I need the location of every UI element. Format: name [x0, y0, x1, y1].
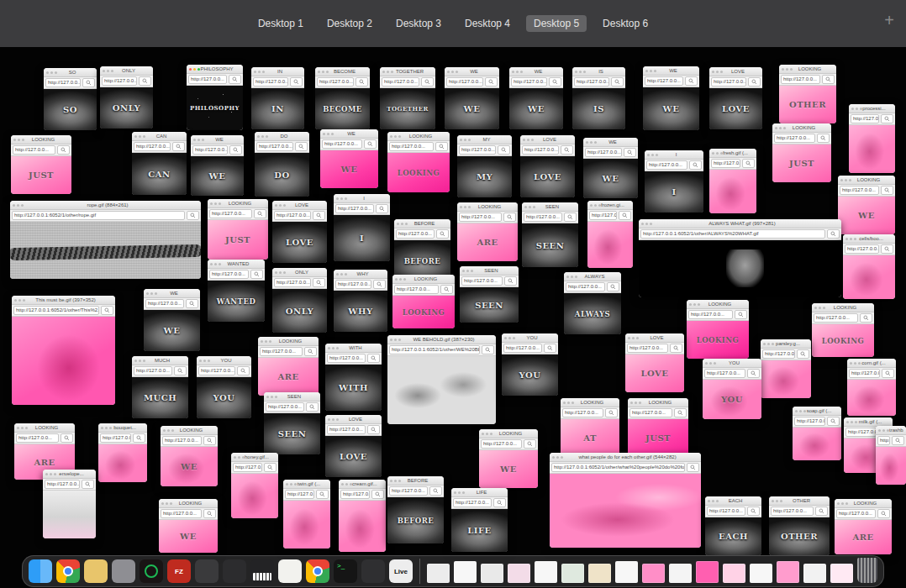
close-button[interactable]	[590, 204, 593, 207]
window-titlebar[interactable]: WE	[583, 138, 638, 147]
browser-window[interactable]: CAN http://127.0.0... CAN	[132, 132, 187, 195]
close-button[interactable]	[563, 402, 566, 404]
files-dock-icon[interactable]	[84, 559, 108, 583]
window-titlebar[interactable]: EACH	[705, 496, 761, 506]
window-titlebar[interactable]: ALWAYS WHAT.gif (997×281)	[639, 219, 841, 228]
search-field[interactable]	[881, 244, 893, 254]
minimize-button[interactable]	[486, 433, 488, 435]
browser-window[interactable]: LOVE http://127.0.0... LOVE	[325, 415, 382, 477]
browser-window[interactable]: soap.gif (... http://127.0.0...	[793, 407, 841, 460]
window-titlebar[interactable]: LOOKING	[457, 202, 518, 212]
search-field[interactable]	[364, 139, 377, 149]
minimized-window-thumbnail[interactable]	[723, 564, 745, 583]
window-titlebar[interactable]: WE	[144, 289, 200, 298]
minimize-button[interactable]	[716, 152, 719, 155]
url-field[interactable]: http://127.0.0...	[585, 148, 622, 157]
search-field[interactable]	[290, 77, 303, 87]
window-titlebar[interactable]: LOVE	[625, 333, 684, 343]
search-field[interactable]	[504, 276, 517, 286]
close-button[interactable]	[390, 339, 392, 341]
minimize-button[interactable]	[193, 68, 196, 71]
window-titlebar[interactable]: LOVE	[709, 67, 762, 76]
search-field[interactable]	[367, 425, 380, 434]
close-button[interactable]	[460, 139, 462, 141]
minimize-button[interactable]	[166, 502, 168, 505]
minimize-button[interactable]	[651, 154, 654, 156]
desktop-tab-3[interactable]: Desktop 3	[388, 15, 449, 32]
minimize-button[interactable]	[458, 491, 461, 494]
minimize-button[interactable]	[712, 500, 714, 502]
midi-keys-dock-icon[interactable]	[250, 559, 274, 583]
url-field[interactable]: http://127.0.0...	[845, 244, 879, 254]
minimize-button[interactable]	[139, 135, 141, 138]
minimize-button[interactable]	[556, 456, 559, 459]
search-field[interactable]	[564, 213, 577, 222]
close-button[interactable]	[840, 179, 843, 181]
window-titlebar[interactable]: BEFORE	[387, 476, 444, 486]
url-field[interactable]: http://127.0.0...	[794, 417, 825, 426]
window-titlebar[interactable]: WE	[191, 135, 244, 144]
close-button[interactable]	[382, 71, 385, 73]
search-field[interactable]	[827, 229, 840, 239]
browser-window[interactable]: YOU http://127.0.0... YOU	[703, 359, 761, 419]
close-button[interactable]	[328, 347, 330, 349]
desktop-tab-6[interactable]: Desktop 6	[595, 15, 656, 32]
url-field[interactable]: http://127.0.0...	[707, 507, 745, 516]
close-button[interactable]	[504, 337, 507, 339]
search-field[interactable]	[57, 145, 70, 155]
window-titlebar[interactable]: LOOKING	[258, 337, 319, 346]
close-button[interactable]	[103, 70, 105, 72]
url-field[interactable]: http://127.0.0...	[396, 229, 435, 239]
search-field[interactable]	[687, 463, 699, 472]
search-field[interactable]	[429, 486, 442, 496]
minimize-button[interactable]	[332, 347, 334, 349]
search-field[interactable]	[313, 211, 325, 220]
minimize-button[interactable]	[590, 141, 593, 144]
url-field[interactable]: http://127.0.0...	[274, 211, 311, 220]
close-button[interactable]	[850, 362, 852, 365]
browser-window[interactable]: IS http://127.0.0... IS	[572, 67, 625, 129]
url-field[interactable]: http://127.0.0...	[645, 76, 683, 86]
url-field[interactable]: http://127.0.0...	[16, 433, 59, 443]
window-titlebar[interactable]: ONLY	[272, 268, 327, 277]
url-field[interactable]: http://127.0.0...	[322, 139, 362, 149]
browser-window[interactable]: LOOKING http://127.0.0... JUST	[11, 135, 71, 194]
browser-window[interactable]: SEEN http://127.0.0... SEEN	[522, 202, 578, 267]
search-field[interactable]	[742, 159, 755, 168]
browser-window[interactable]: WE http://127.0.0... WE	[320, 129, 378, 188]
browser-window[interactable]: rope.gif (884×261) http://127.0.0.1:6052…	[10, 201, 201, 279]
browser-window[interactable]: WE http://127.0.0... WE	[583, 138, 638, 198]
url-field[interactable]: http://127.0.0...	[566, 282, 605, 291]
photos-dock-icon[interactable]	[223, 559, 246, 583]
search-field[interactable]	[674, 408, 687, 417]
search-field[interactable]	[747, 507, 760, 516]
window-titlebar[interactable]: SEEN	[460, 266, 519, 276]
url-field[interactable]: http://127.0.0...	[503, 344, 542, 353]
browser-window[interactable]: LOOKING http://127.0.0... JUST	[772, 123, 831, 182]
minimize-button[interactable]	[767, 343, 770, 345]
window-titlebar[interactable]: LOVE	[325, 415, 382, 424]
search-field[interactable]	[881, 114, 893, 123]
url-field[interactable]: http://127.0.0...	[209, 209, 252, 218]
chrome-dock-icon[interactable]	[56, 559, 80, 583]
url-field[interactable]: http://127.0.0...	[453, 498, 492, 507]
window-titlebar[interactable]: bouquet...	[98, 423, 147, 433]
url-field[interactable]: http://127.0.0...	[711, 159, 740, 168]
browser-window[interactable]: cream.gif... http://127.0.0...	[339, 480, 386, 552]
url-field[interactable]: http://127.0.0...	[459, 145, 496, 155]
window-titlebar[interactable]: LIFE	[451, 488, 508, 497]
minimize-button[interactable]	[819, 307, 821, 309]
window-titlebar[interactable]: MY	[457, 135, 512, 144]
window-titlebar[interactable]: WE	[320, 129, 378, 139]
search-field[interactable]	[295, 142, 308, 151]
url-field[interactable]: http://127.0.0...	[562, 408, 603, 417]
window-titlebar[interactable]: WE	[509, 67, 563, 76]
close-button[interactable]	[878, 429, 881, 432]
url-field[interactable]: http://127.0.0...	[266, 402, 304, 412]
minimize-button[interactable]	[394, 135, 397, 138]
minimize-button[interactable]	[466, 270, 469, 272]
search-field[interactable]	[316, 490, 329, 499]
browser-window[interactable]: WE http://127.0.0... WE	[445, 67, 499, 129]
minimize-button[interactable]	[238, 456, 240, 459]
url-field[interactable]: http://127.0.0...	[711, 77, 746, 87]
